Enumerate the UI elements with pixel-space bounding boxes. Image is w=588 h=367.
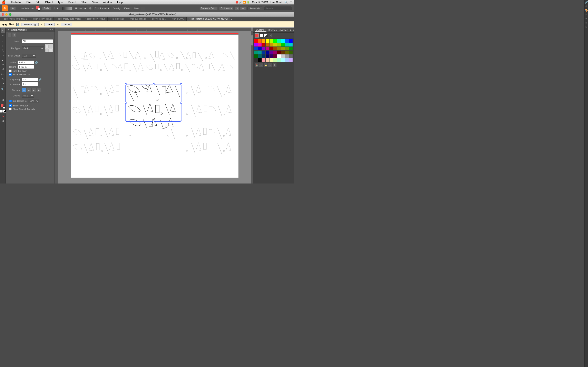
scrollbar-vertical[interactable]: [251, 31, 253, 184]
swatch-cell[interactable]: [281, 50, 285, 54]
tab-2[interactable]: × color_theory_cuts_final.ai: [54, 17, 83, 21]
canvas-area[interactable]: D D D: [55, 27, 253, 184]
menu-effect[interactable]: Effect: [80, 1, 88, 4]
eyedropper-tool[interactable]: 🔍: [1, 87, 5, 92]
show-kind-btn[interactable]: ≡: [259, 63, 263, 67]
swatch-cell[interactable]: [269, 50, 273, 54]
preferences-btn[interactable]: Preferences: [219, 7, 233, 10]
shape-tool[interactable]: ▭: [1, 53, 5, 58]
direct-select-tool[interactable]: ↗: [1, 33, 5, 38]
move-tile-checkbox[interactable]: [9, 73, 12, 76]
stroke-color-swatch[interactable]: [38, 8, 40, 11]
tab-8[interactable]: × shirt_pattern @ 66.67% (CMYK/Preview): [187, 17, 230, 21]
tab-4[interactable]: × cat_brooch.ai: [108, 17, 126, 21]
window-maximize-btn[interactable]: [9, 13, 11, 16]
search-input[interactable]: [264, 7, 292, 10]
tab-1[interactable]: × color_theory_cuts.ai: [29, 17, 54, 21]
color-guide-tool[interactable]: ◇: [1, 114, 5, 118]
tab-3[interactable]: × color_theory_cuts.ai: [83, 17, 108, 21]
current-stroke-swatch[interactable]: [259, 33, 264, 38]
swatch-cell[interactable]: [277, 47, 281, 50]
swatch-cell[interactable]: [266, 58, 269, 62]
menu-file[interactable]: File: [26, 1, 31, 4]
brick-offset-select[interactable]: 1/2: [22, 54, 36, 58]
swatch-cell[interactable]: [254, 39, 258, 43]
swatch-cell[interactable]: [269, 47, 273, 50]
done-btn[interactable]: Done: [44, 23, 55, 26]
tab-7[interactable]: × font* @ 100...: [168, 17, 187, 21]
swatch-cell[interactable]: [266, 43, 269, 47]
paintbrush-tool[interactable]: 🖌: [1, 58, 5, 62]
rotate-tool[interactable]: ↺: [1, 67, 5, 72]
tile-type-select[interactable]: Grid: [22, 46, 44, 50]
swatch-cell[interactable]: [277, 54, 281, 58]
swatch-cell[interactable]: [269, 54, 273, 58]
tab-4-close[interactable]: ×: [110, 18, 111, 20]
pattern-back-icon[interactable]: ◀◀: [2, 23, 7, 26]
tab-3-close[interactable]: ×: [85, 18, 86, 20]
overlap-btn-0[interactable]: ⊘: [22, 88, 26, 92]
stroke-swatch[interactable]: [3, 106, 5, 109]
pen-tool[interactable]: ✒: [1, 39, 5, 43]
panel-menu-btn[interactable]: ≡: [49, 29, 51, 31]
essentials-btn[interactable]: Essentials: [247, 7, 262, 10]
tile-align-tc-btn[interactable]: ⊤: [12, 33, 16, 37]
menu-type[interactable]: Type: [57, 1, 64, 4]
list-icon[interactable]: ☰: [290, 1, 292, 4]
apple-menu[interactable]: 🍎: [2, 0, 6, 4]
swatch-cell[interactable]: [266, 50, 269, 54]
swatch-cell[interactable]: [289, 54, 293, 58]
swatch-cell[interactable]: [254, 47, 258, 50]
swatch-cell[interactable]: [281, 43, 285, 47]
brushes-tab[interactable]: Brushes: [268, 29, 277, 31]
h-spacing-input[interactable]: [22, 78, 38, 81]
show-swatch-checkbox[interactable]: [9, 108, 12, 110]
swatch-cell[interactable]: [262, 58, 265, 62]
swatch-cell[interactable]: [285, 50, 289, 54]
swatch-cell[interactable]: [266, 39, 269, 43]
tab-1-close[interactable]: ×: [31, 18, 33, 20]
swatch-cell[interactable]: [285, 54, 289, 58]
swatch-cell[interactable]: [277, 43, 281, 47]
tab-8-close[interactable]: ×: [189, 18, 190, 20]
delete-swatch-btn[interactable]: 🗑: [273, 63, 277, 67]
swatch-cell[interactable]: [285, 47, 289, 50]
swatch-cell[interactable]: [277, 39, 281, 43]
pencil-tool[interactable]: ✏: [1, 62, 5, 67]
swatch-library-btn[interactable]: 📚: [255, 63, 259, 67]
blend-tool[interactable]: ⋯: [1, 92, 5, 96]
symbols-tab[interactable]: Symbols: [279, 29, 289, 31]
swatch-cell[interactable]: [273, 50, 277, 54]
dim-copies-checkbox[interactable]: [9, 100, 12, 102]
style-selector[interactable]: [141, 7, 145, 10]
swatch-cell[interactable]: [258, 43, 261, 47]
swatch-cell[interactable]: [269, 39, 273, 43]
swatch-cell[interactable]: [289, 50, 293, 54]
swatch-cell[interactable]: [289, 43, 293, 47]
tab-7-close[interactable]: ×: [170, 18, 171, 20]
swatch-cell[interactable]: [285, 58, 289, 62]
new-swatch-btn[interactable]: +: [268, 63, 272, 67]
panel-menu-icon[interactable]: ▶: [290, 29, 292, 31]
swatch-cell[interactable]: [269, 43, 273, 47]
window-close-btn[interactable]: [2, 13, 4, 16]
scrollbar-v-thumb[interactable]: [251, 35, 253, 45]
tab-5-close[interactable]: ×: [128, 18, 129, 20]
transform-arrange-btn[interactable]: ⇅: [235, 7, 239, 10]
line-tool[interactable]: ╲: [1, 48, 5, 53]
swatch-cell[interactable]: [269, 58, 273, 62]
menu-help[interactable]: Help: [116, 1, 123, 4]
swatch-cell[interactable]: [262, 50, 265, 54]
swatches-tab[interactable]: Swatches: [255, 28, 267, 32]
scale-tool[interactable]: ⤡: [1, 76, 5, 81]
menu-illustrator[interactable]: Illustrator: [10, 1, 22, 4]
tab-0[interactable]: × color_theory_cuts_final.ai: [0, 17, 29, 21]
swatch-cell[interactable]: [258, 50, 261, 54]
set-default-colors-btn[interactable]: [0, 110, 3, 113]
swatch-cell[interactable]: [273, 43, 277, 47]
swatch-cell[interactable]: [262, 47, 265, 50]
swatch-cell[interactable]: [289, 58, 293, 62]
swatch-cell[interactable]: [254, 43, 258, 47]
tab-overflow-arrow[interactable]: ▶: [230, 18, 233, 21]
search-icon[interactable]: 🔍: [285, 1, 288, 4]
